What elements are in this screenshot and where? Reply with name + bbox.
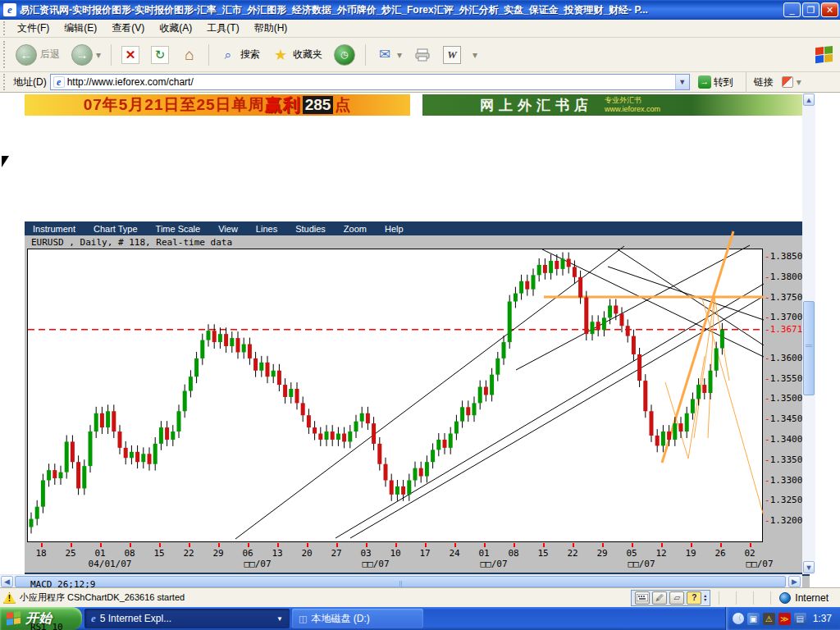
- date-label: 26: [714, 548, 725, 559]
- candlestick-plot[interactable]: [27, 249, 763, 542]
- forward-button[interactable]: →▾: [66, 40, 107, 70]
- date-label: 12: [655, 548, 666, 559]
- taskbar-item-disk[interactable]: ◫ 本地磁盘 (D:): [292, 609, 423, 628]
- horizontal-scroll-thumb[interactable]: [15, 576, 786, 587]
- applet-menu-lines[interactable]: Lines: [248, 222, 287, 235]
- month-label: □□/07: [628, 559, 655, 569]
- address-bar: 地址(D) e http://www.ieforex.com/chart/ ▼ …: [0, 72, 840, 93]
- favorites-label: 收藏夹: [293, 48, 322, 62]
- menu-item-2[interactable]: 查看(V): [104, 19, 152, 38]
- links-label[interactable]: 链接: [754, 75, 774, 89]
- x-tick: [602, 543, 604, 547]
- refresh-button[interactable]: ↻: [145, 42, 175, 68]
- taskbar-item-ie[interactable]: e 5 Internet Expl... ▼: [84, 609, 290, 628]
- scroll-up-button[interactable]: ▲: [803, 94, 815, 106]
- network-tray-icon[interactable]: ▣: [747, 613, 760, 625]
- status-text: 小应用程序 CShChartDK_263616 started: [20, 591, 185, 604]
- alert-tray-icon[interactable]: ⚠: [763, 613, 775, 625]
- vertical-scroll-thumb[interactable]: [803, 301, 815, 395]
- date-label: 15: [537, 548, 548, 559]
- menu-item-5[interactable]: 帮助(H): [247, 19, 295, 38]
- close-button[interactable]: ✕: [821, 2, 838, 17]
- stop-button[interactable]: ✕: [116, 42, 145, 68]
- menu-item-0[interactable]: 文件(F): [10, 19, 57, 38]
- restore-button[interactable]: ❐: [802, 2, 819, 17]
- toolbar-grip: [3, 21, 7, 35]
- search-label: 搜索: [240, 48, 260, 62]
- help-icon[interactable]: ?: [687, 591, 701, 605]
- applet-menu-studies[interactable]: Studies: [287, 222, 336, 235]
- home-icon: ⌂: [180, 46, 199, 64]
- group-dropdown-icon[interactable]: ▼: [276, 615, 283, 623]
- x-tick: [71, 543, 72, 547]
- applet-menu-help[interactable]: Help: [377, 222, 413, 235]
- mouse-cursor: [2, 156, 9, 167]
- history-button[interactable]: ◷: [328, 40, 361, 70]
- date-label: 27: [331, 548, 341, 559]
- date-label: 25: [65, 548, 75, 559]
- x-tick: [159, 543, 161, 547]
- date-label: 15: [153, 548, 164, 559]
- menu-item-3[interactable]: 收藏(A): [152, 19, 199, 38]
- search-button[interactable]: ⌕ 搜索: [213, 42, 266, 68]
- back-button[interactable]: ← 后退: [10, 40, 66, 70]
- time-axis: 18250104/01/070815222906□□/0713202703□□/…: [27, 543, 763, 573]
- tablet-pen-icon[interactable]: ▱: [669, 591, 684, 605]
- stop-icon: ✕: [121, 46, 139, 64]
- month-label: □□/07: [362, 559, 389, 569]
- links-icon[interactable]: [782, 76, 793, 88]
- forward-icon: →: [71, 44, 93, 66]
- favorites-button[interactable]: ★ 收藏夹: [266, 42, 328, 68]
- bookstore-banner[interactable]: 网上外汇书店 专业外汇书www.ieforex.com: [422, 94, 808, 116]
- applet-menu-bar: InstrumentChart TypeTime ScaleViewLinesS…: [25, 221, 810, 235]
- banner-text: 07年5月21日至25日单周: [84, 94, 265, 116]
- x-tick: [573, 543, 574, 547]
- hide-icons-chevron[interactable]: 〈: [733, 613, 744, 624]
- price-label: -1.3500: [765, 393, 802, 404]
- print-button[interactable]: [408, 42, 437, 68]
- date-label: 08: [124, 548, 135, 559]
- search-icon: ⌕: [219, 46, 237, 64]
- microphone-icon[interactable]: 🖉: [652, 591, 667, 605]
- edit-button[interactable]: W: [437, 42, 467, 68]
- banner-highlight: 赢利: [265, 94, 301, 116]
- menu-item-4[interactable]: 工具(T): [199, 19, 246, 38]
- browser-viewport: 07年5月21日至25日单周赢利285点 网上外汇书店 专业外汇书www.ief…: [0, 93, 827, 574]
- go-button[interactable]: → 转到: [693, 75, 738, 90]
- price-label: -1.3850: [765, 251, 802, 262]
- menu-bar: 文件(F)编辑(E)查看(V)收藏(A)工具(T)帮助(H): [0, 20, 840, 38]
- url-text: http://www.ieforex.com/chart/: [67, 76, 194, 88]
- page-favicon: e: [53, 76, 65, 88]
- ime-options-arrows[interactable]: ▴▾: [704, 594, 706, 602]
- menu-item-1[interactable]: 编辑(E): [57, 19, 104, 38]
- zone-label: Internet: [795, 592, 829, 604]
- mail-button[interactable]: ✉▾: [370, 42, 408, 68]
- applet-warning-icon: !: [3, 592, 16, 604]
- vertical-scrollbar[interactable]: ▲ ▼: [802, 93, 815, 574]
- word-icon: W: [443, 46, 461, 64]
- shield-tray-icon[interactable]: ▤: [794, 613, 806, 625]
- applet-menu-view[interactable]: View: [210, 222, 248, 235]
- applet-menu-instrument[interactable]: Instrument: [25, 222, 85, 235]
- applet-menu-time-scale[interactable]: Time Scale: [148, 222, 211, 235]
- url-input[interactable]: e http://www.ieforex.com/chart/ ▼: [50, 74, 690, 90]
- date-label: 13: [272, 548, 282, 559]
- keyboard-icon[interactable]: [635, 591, 650, 605]
- ime-toolbar[interactable]: 🖉 ▱ ? ▴▾: [631, 590, 710, 606]
- home-button[interactable]: ⌂: [175, 42, 204, 68]
- minimize-button[interactable]: _: [783, 2, 801, 17]
- price-label: -1.3300: [765, 475, 802, 486]
- toolbar-more-button[interactable]: ▾: [467, 45, 483, 65]
- applet-menu-chart-type[interactable]: Chart Type: [85, 222, 148, 235]
- flashget-tray-icon[interactable]: ≫: [778, 613, 791, 625]
- scroll-right-button[interactable]: ▶: [788, 576, 801, 587]
- promo-banner[interactable]: 07年5月21日至25日单周赢利285点: [25, 94, 410, 116]
- price-label: -1.3600: [765, 353, 802, 363]
- horizontal-scrollbar[interactable]: ◀ ▶: [0, 574, 802, 587]
- scroll-down-button[interactable]: ▼: [803, 561, 815, 573]
- applet-menu-zoom[interactable]: Zoom: [336, 222, 377, 235]
- scroll-left-button[interactable]: ◀: [1, 576, 13, 587]
- url-dropdown[interactable]: ▼: [675, 75, 689, 89]
- taskbar-clock: 1:37: [813, 613, 832, 624]
- date-label: 29: [596, 548, 607, 559]
